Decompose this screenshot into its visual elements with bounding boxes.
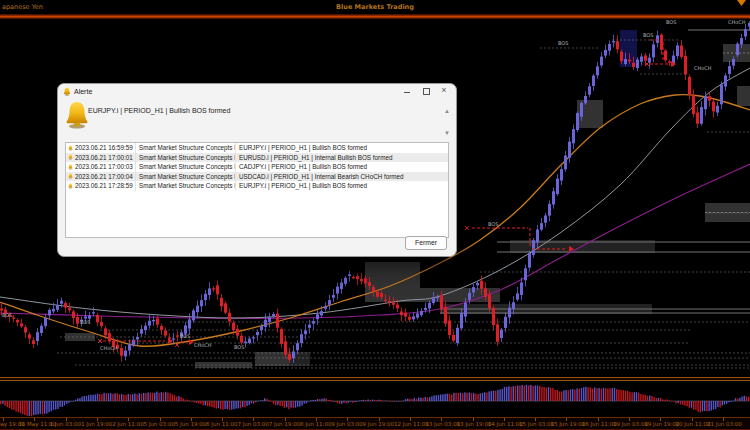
alert-row[interactable]: 2023.06.21 17:00:01Smart Market Structur… [66, 153, 448, 163]
axis-tick [410, 418, 411, 421]
maximize-button[interactable] [417, 84, 435, 98]
axis-tick [253, 418, 254, 421]
time-label: 16 Jun 11:00 [582, 421, 617, 427]
alert-time: 2023.06.21 16:59:59 [75, 143, 135, 153]
scroll-down-icon[interactable]: ▼ [444, 130, 450, 136]
time-label: 2 Jun 11:00 [112, 421, 143, 427]
alert-row[interactable]: 2023.06.21 17:00:03Smart Market Structur… [66, 162, 448, 172]
axis-tick [34, 418, 35, 421]
axis-tick [660, 418, 661, 421]
alert-bell-icon [68, 183, 73, 189]
alert-bell-icon [64, 100, 90, 130]
axis-tick [723, 418, 724, 421]
axis-tick [692, 418, 693, 421]
svg-text:BOS: BOS [180, 333, 190, 339]
svg-text:CHoCH: CHoCH [728, 19, 746, 25]
alert-message: CADJPY.i | PERIOD_H1 | Bullish BOS forme… [235, 162, 448, 172]
alert-row[interactable]: 2023.06.21 16:59:59Smart Market Structur… [66, 143, 448, 153]
dialog-titlebar[interactable]: Alerte × [58, 84, 456, 98]
alert-message: EURJPY.i | PERIOD_H1 | Bullish BOS forme… [235, 143, 448, 153]
app-title: Blue Markets Trading [0, 3, 750, 11]
time-label: 20 Jun 11:00 [676, 421, 711, 427]
time-label: 7 Jun 19:00 [269, 421, 300, 427]
indicator-separator[interactable] [0, 377, 750, 381]
alert-time: 2023.06.21 17:00:04 [75, 172, 135, 182]
alert-row[interactable]: 2023.06.21 17:28:59Smart Market Structur… [66, 181, 448, 191]
alert-bell-icon [68, 154, 73, 160]
time-label: 19 Jun 03:00 [613, 421, 648, 427]
axis-tick [285, 418, 286, 421]
svg-text:BOS: BOS [2, 312, 12, 318]
time-label: 7 Jun 03:00 [237, 421, 268, 427]
axis-tick [3, 418, 4, 421]
time-axis[interactable]: 30 May 19:0031 May 11:001 Jun 03:001 Jun… [0, 418, 750, 429]
axis-tick [629, 418, 630, 421]
time-label: 6 Jun 11:00 [206, 421, 237, 427]
alert-source: Smart Market Structure Concepts MT... [135, 181, 235, 191]
time-label: 15 Jun 03:00 [519, 421, 554, 427]
svg-text:BOS: BOS [80, 319, 90, 325]
alert-message: USDCAD.i | PERIOD_H1 | Internal Bearish … [235, 172, 448, 182]
axis-tick [222, 418, 223, 421]
svg-text:BOS: BOS [643, 32, 653, 38]
alert-bell-icon [68, 173, 73, 179]
oscillator-panel [0, 385, 750, 416]
axis-tick [504, 418, 505, 421]
axis-tick [566, 418, 567, 421]
alert-time: 2023.06.21 17:00:01 [75, 153, 135, 163]
time-label: 9 Jun 03:00 [331, 421, 362, 427]
dialog-title: Alerte [74, 88, 92, 95]
alert-source: Smart Market Structure Concepts MT... [135, 153, 235, 163]
svg-text:BOS: BOS [558, 40, 568, 46]
minimize-button[interactable] [398, 84, 416, 98]
time-label: 12 Jun 11:00 [394, 421, 429, 427]
axis-tick [473, 418, 474, 421]
alert-source: Smart Market Structure Concepts MT... [135, 143, 235, 153]
alert-summary: EURJPY.i | PERIOD_H1 | Bullish BOS forme… [58, 98, 456, 142]
svg-text:CHoCH: CHoCH [100, 345, 118, 351]
alert-time: 2023.06.21 17:00:03 [75, 162, 135, 172]
svg-text:BOS: BOS [666, 19, 676, 25]
time-label: 13 Jun 19:00 [457, 421, 492, 427]
alert-row[interactable]: 2023.06.21 17:00:04Smart Market Structur… [66, 172, 448, 182]
time-label: 13 Jun 03:00 [425, 421, 460, 427]
time-label: 5 Jun 19:00 [175, 421, 206, 427]
alert-source: Smart Market Structure Concepts MT... [135, 172, 235, 182]
svg-text:BOS: BOS [234, 344, 244, 350]
svg-text:CHoCH: CHoCH [694, 65, 712, 71]
svg-text:BOS: BOS [488, 221, 498, 227]
mt-window: BOSBOSCHoCHBOSCHoCHBOSBOSCHoCHBOSCHoCHBO… [0, 0, 750, 430]
scroll-up-icon[interactable]: ▲ [444, 108, 450, 114]
axis-tick [97, 418, 98, 421]
axis-tick [160, 418, 161, 421]
axis-tick [441, 418, 442, 421]
window-top-border [0, 14, 750, 19]
close-icon[interactable]: × [435, 84, 453, 98]
alert-bell-icon [68, 145, 73, 151]
time-label: 21 Jun 03:00 [707, 421, 742, 427]
alert-source: Smart Market Structure Concepts MT... [135, 162, 235, 172]
alert-table[interactable]: 2023.06.21 16:59:59Smart Market Structur… [65, 142, 449, 238]
axis-tick [316, 418, 317, 421]
axis-tick [128, 418, 129, 421]
svg-text:CHoCH: CHoCH [194, 342, 212, 348]
time-label: 1 Jun 03:00 [50, 421, 81, 427]
alert-summary-text: EURJPY.i | PERIOD_H1 | Bullish BOS forme… [88, 107, 230, 114]
time-label: 8 Jun 11:00 [300, 421, 331, 427]
time-label: 14 Jun 11:00 [488, 421, 523, 427]
time-label: 9 Jun 19:00 [363, 421, 394, 427]
axis-tick [191, 418, 192, 421]
axis-tick [347, 418, 348, 421]
fermer-button[interactable]: Fermer [405, 236, 447, 250]
price-marker-icon [736, 0, 748, 8]
alert-time: 2023.06.21 17:28:59 [75, 181, 135, 191]
time-label: 1 Jun 19:00 [81, 421, 112, 427]
alerts-dialog: Alerte × EURJPY.i | PERIOD_H1 | Bullish … [57, 83, 457, 257]
axis-tick [379, 418, 380, 421]
time-label: 15 Jun 19:00 [550, 421, 585, 427]
axis-tick [598, 418, 599, 421]
axis-tick [535, 418, 536, 421]
time-label: 5 Jun 03:00 [144, 421, 175, 427]
alert-message: EURUSD.i | PERIOD_H1 | Internal Bullish … [235, 153, 448, 163]
alert-bell-icon [68, 164, 73, 170]
